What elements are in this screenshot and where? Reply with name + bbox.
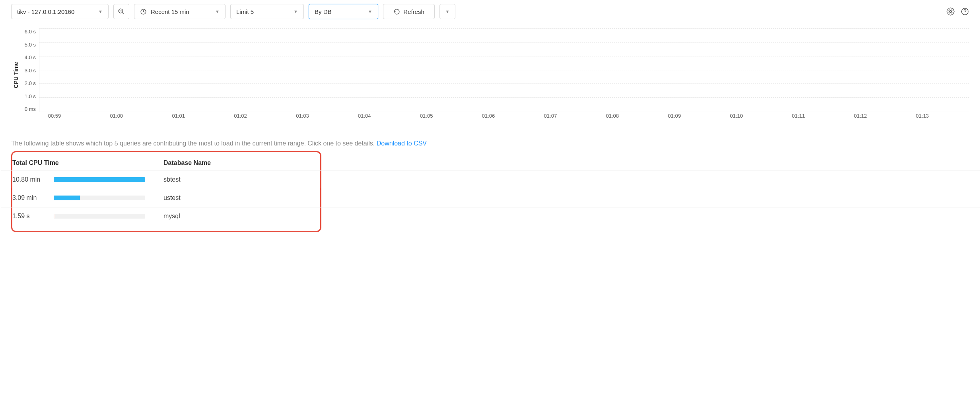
cpu-time-bar	[54, 214, 145, 219]
instance-select[interactable]: tikv - 127.0.0.1:20160 ▼	[11, 4, 109, 19]
top-queries-table: Total CPU Time Database Name 10.80 minsb…	[11, 151, 321, 232]
chevron-down-icon: ▼	[294, 9, 298, 14]
instance-select-label: tikv - 127.0.0.1:20160	[17, 8, 74, 15]
help-icon[interactable]	[961, 8, 969, 15]
limit-select[interactable]: Limit 5 ▼	[230, 4, 304, 19]
chevron-down-icon: ▼	[368, 9, 372, 14]
cpu-time-value: 10.80 min	[12, 176, 52, 183]
refresh-label: Refresh	[403, 8, 424, 15]
refresh-dropdown-button[interactable]: ▼	[439, 4, 455, 19]
table-row[interactable]: 10.80 minsbtest	[12, 170, 311, 189]
cpu-time-value: 3.09 min	[12, 194, 52, 202]
refresh-button[interactable]: Refresh	[383, 4, 435, 19]
chart-y-axis: 6.0 s5.0 s4.0 s3.0 s2.0 s1.0 s0 ms	[21, 29, 39, 112]
table-row[interactable]: 1.59 smysql	[12, 207, 311, 225]
chart-plot-area[interactable]	[39, 29, 969, 112]
zoom-out-button[interactable]	[113, 4, 129, 19]
database-name: sbtest	[152, 176, 311, 183]
chevron-down-icon: ▼	[98, 9, 103, 14]
chart-ylabel: CPU Time	[13, 62, 19, 88]
limit-select-label: Limit 5	[236, 8, 254, 15]
chevron-down-icon: ▼	[215, 9, 220, 14]
zoom-out-icon	[118, 8, 125, 15]
col-header-db: Database Name	[163, 159, 211, 166]
database-name: mysql	[152, 213, 311, 220]
chevron-down-icon: ▼	[445, 9, 450, 14]
groupby-select[interactable]: By DB ▼	[309, 4, 378, 19]
cpu-time-bar	[54, 196, 145, 200]
clock-icon	[140, 8, 147, 15]
svg-line-1	[122, 12, 124, 14]
cpu-time-bar	[54, 177, 145, 182]
time-range-label: Recent 15 min	[151, 8, 189, 15]
gear-icon[interactable]	[947, 8, 955, 15]
cpu-time-value: 1.59 s	[12, 213, 52, 220]
cpu-time-chart: CPU Time 6.0 s5.0 s4.0 s3.0 s2.0 s1.0 s0…	[13, 29, 969, 122]
download-csv-link[interactable]: Download to CSV	[377, 140, 427, 147]
groupby-select-label: By DB	[315, 8, 332, 15]
table-row[interactable]: 3.09 minustest	[12, 189, 311, 207]
database-name: ustest	[152, 194, 311, 202]
col-header-cpu: Total CPU Time	[12, 159, 59, 167]
table-description: The following table shows which top 5 qu…	[11, 140, 375, 147]
refresh-icon	[393, 8, 400, 15]
time-range-select[interactable]: Recent 15 min ▼	[134, 4, 226, 19]
chart-x-axis: 00:5901:0001:0101:0201:0301:0401:0501:06…	[39, 113, 969, 122]
svg-point-4	[950, 11, 952, 13]
